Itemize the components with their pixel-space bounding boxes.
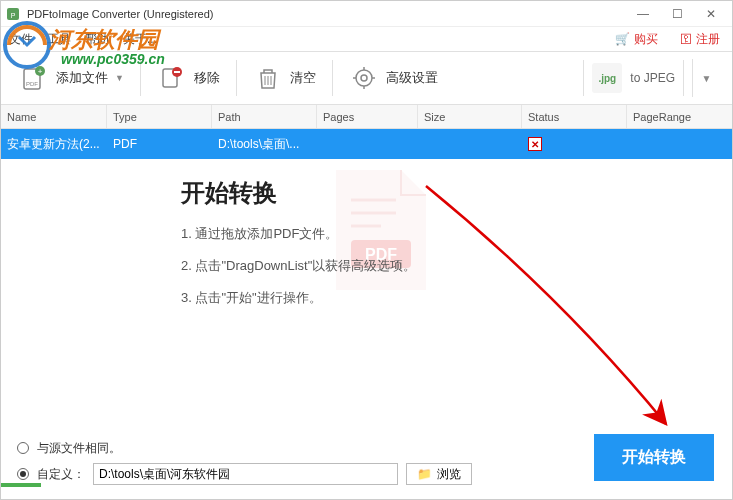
output-options: 与源文件相同。 自定义： 📁 浏览 开始转换	[1, 435, 732, 487]
folder-icon: 📁	[417, 467, 432, 481]
cell-path: D:\tools\桌面\...	[212, 136, 317, 153]
step-3: 3. 点击"开始"进行操作。	[181, 289, 732, 307]
col-pages[interactable]: Pages	[317, 105, 418, 128]
trash-icon	[253, 63, 283, 93]
add-file-button[interactable]: PDF+ 添加文件 ▼	[13, 59, 130, 97]
svg-rect-8	[174, 71, 180, 73]
chevron-down-icon: ▼	[702, 73, 712, 84]
col-path[interactable]: Path	[212, 105, 317, 128]
step-2: 2. 点击"DragDownList"以获得高级选项。	[181, 257, 732, 275]
add-file-icon: PDF+	[19, 63, 49, 93]
close-button[interactable]: ✕	[694, 4, 728, 24]
menubar: 文件 工具 帮助 关于... 🛒 购买 ⚿ 注册	[1, 27, 732, 51]
table-row[interactable]: 安卓更新方法(2... PDF D:\tools\桌面\... ✕	[1, 129, 732, 159]
gear-icon	[349, 63, 379, 93]
col-status[interactable]: Status	[522, 105, 627, 128]
clear-button[interactable]: 清空	[247, 59, 322, 97]
settings-button[interactable]: 高级设置	[343, 59, 444, 97]
convert-button[interactable]: 开始转换	[594, 434, 714, 481]
remove-button[interactable]: 移除	[151, 59, 226, 97]
instructions-title: 开始转换	[181, 177, 732, 209]
table-header: Name Type Path Pages Size Status PageRan…	[1, 105, 732, 129]
app-icon: P	[5, 6, 21, 22]
radio-same-source[interactable]	[17, 442, 29, 454]
svg-text:P: P	[11, 12, 16, 19]
error-icon: ✕	[528, 137, 542, 151]
buy-link[interactable]: 🛒 购买	[615, 31, 658, 48]
same-source-label: 与源文件相同。	[37, 440, 121, 457]
instructions-area: PDF 开始转换 1. 通过拖放添加PDF文件。 2. 点击"DragDownL…	[1, 159, 732, 379]
step-1: 1. 通过拖放添加PDF文件。	[181, 225, 732, 243]
titlebar: P PDFtoImage Converter (Unregistered) — …	[1, 1, 732, 27]
col-name[interactable]: Name	[1, 105, 107, 128]
window-title: PDFtoImage Converter (Unregistered)	[27, 8, 213, 20]
browse-button[interactable]: 📁 浏览	[406, 463, 472, 485]
format-badge: .jpg	[592, 63, 622, 93]
col-type[interactable]: Type	[107, 105, 212, 128]
output-path-input[interactable]	[93, 463, 398, 485]
cell-status: ✕	[522, 137, 627, 152]
key-icon: ⚿	[680, 32, 692, 46]
chevron-down-icon: ▼	[115, 73, 124, 83]
col-size[interactable]: Size	[418, 105, 522, 128]
format-label: to JPEG	[630, 71, 675, 85]
svg-point-12	[356, 70, 372, 86]
minimize-button[interactable]: —	[626, 4, 660, 24]
cell-name: 安卓更新方法(2...	[1, 136, 107, 153]
radio-custom[interactable]	[17, 468, 29, 480]
svg-text:+: +	[38, 67, 43, 76]
remove-icon	[157, 63, 187, 93]
svg-text:PDF: PDF	[26, 81, 38, 87]
cart-icon: 🛒	[615, 32, 630, 46]
register-link[interactable]: ⚿ 注册	[680, 31, 720, 48]
cell-type: PDF	[107, 137, 212, 151]
menu-help[interactable]: 帮助	[85, 31, 109, 48]
custom-label: 自定义：	[37, 466, 85, 483]
maximize-button[interactable]: ☐	[660, 4, 694, 24]
menu-about[interactable]: 关于...	[123, 31, 157, 48]
toolbar: PDF+ 添加文件 ▼ 移除 清空 高级设置	[1, 51, 732, 105]
progress-bar	[1, 483, 41, 487]
menu-file[interactable]: 文件	[9, 31, 33, 48]
format-dropdown[interactable]: ▼	[692, 59, 720, 97]
svg-point-13	[361, 75, 367, 81]
menu-tools[interactable]: 工具	[47, 31, 71, 48]
col-range[interactable]: PageRange	[627, 105, 732, 128]
